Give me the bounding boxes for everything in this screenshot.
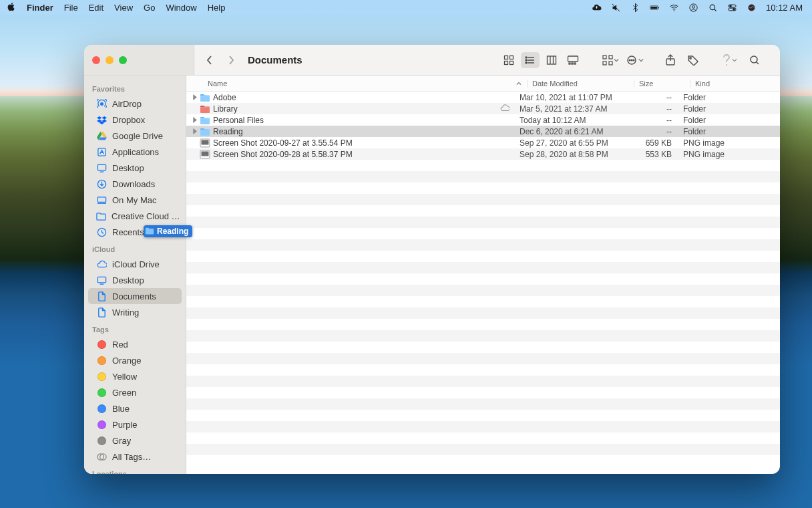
user-icon[interactable] bbox=[688, 3, 698, 13]
desktop-icon bbox=[96, 162, 107, 173]
sidebar-fav-applications[interactable]: Applications bbox=[88, 144, 182, 160]
sidebar-tag-gray[interactable]: Gray bbox=[88, 432, 182, 449]
apps-icon bbox=[96, 146, 107, 157]
menubar-clock[interactable]: 10:12 AM bbox=[766, 3, 803, 13]
svg-point-4 bbox=[674, 10, 675, 11]
file-row[interactable]: Screen Shot 2020-09-28 at 5.58.37 PMSep … bbox=[186, 148, 780, 160]
doc-icon bbox=[96, 291, 107, 301]
sidebar-tag-purple[interactable]: Purple bbox=[88, 416, 182, 432]
sidebar-header-favorites: Favorites bbox=[84, 82, 186, 96]
spotlight-icon[interactable] bbox=[708, 3, 718, 13]
action-menu-button[interactable] bbox=[625, 52, 644, 68]
menu-view[interactable]: View bbox=[114, 3, 133, 13]
column-name[interactable]: Name bbox=[208, 80, 527, 88]
sidebar-fav-airdrop[interactable]: AirDrop bbox=[88, 96, 182, 112]
file-name: Personal Files bbox=[213, 116, 264, 125]
empty-row bbox=[186, 160, 780, 171]
downloads-icon bbox=[96, 178, 107, 189]
volume-muted-icon[interactable] bbox=[611, 3, 621, 13]
empty-row bbox=[186, 171, 780, 182]
tags-button[interactable] bbox=[684, 52, 702, 68]
battery-icon[interactable] bbox=[650, 3, 660, 13]
empty-row bbox=[186, 307, 780, 319]
close-button[interactable] bbox=[92, 56, 100, 64]
all-tags-icon bbox=[96, 451, 107, 462]
apple-menu[interactable] bbox=[7, 2, 16, 13]
sidebar-tag-orange[interactable]: Orange bbox=[88, 352, 182, 368]
svg-rect-31 bbox=[603, 55, 606, 59]
svg-rect-56 bbox=[202, 140, 209, 144]
sidebar-tag-red[interactable]: Red bbox=[88, 336, 182, 352]
sidebar-item-label: On My Mac bbox=[112, 195, 156, 205]
menu-app-name[interactable]: Finder bbox=[27, 3, 53, 13]
file-row[interactable]: Screen Shot 2020-09-27 at 3.55.54 PMSep … bbox=[186, 137, 780, 148]
tag-dot-icon bbox=[96, 355, 107, 366]
menu-go[interactable]: Go bbox=[144, 3, 155, 13]
svg-point-40 bbox=[690, 57, 691, 58]
sidebar-tag-yellow[interactable]: Yellow bbox=[88, 368, 182, 384]
folder-icon bbox=[200, 115, 210, 126]
sidebar-all-tags[interactable]: All Tags… bbox=[88, 449, 182, 465]
forward-button[interactable] bbox=[224, 53, 238, 68]
column-size[interactable]: Size bbox=[634, 80, 690, 88]
sidebar-icloud-documents[interactable]: Documents bbox=[88, 288, 182, 304]
sidebar-icloud-writing[interactable]: Writing bbox=[88, 304, 182, 320]
minimize-button[interactable] bbox=[106, 56, 114, 64]
empty-row bbox=[186, 205, 780, 217]
cloud-status-icon bbox=[500, 104, 510, 114]
gallery-view-button[interactable] bbox=[564, 52, 582, 68]
icon-view-button[interactable] bbox=[499, 52, 518, 68]
disclosure-triangle-icon[interactable] bbox=[190, 127, 198, 136]
empty-row bbox=[186, 364, 780, 376]
share-button[interactable] bbox=[661, 52, 680, 68]
disclosure-triangle-icon[interactable] bbox=[190, 116, 198, 125]
menu-help[interactable]: Help bbox=[208, 3, 226, 13]
svg-rect-34 bbox=[609, 61, 612, 65]
siri-icon[interactable] bbox=[747, 3, 757, 13]
svg-rect-15 bbox=[510, 55, 514, 59]
menu-window[interactable]: Window bbox=[166, 3, 196, 13]
cloud-icon bbox=[96, 259, 107, 269]
sidebar-item-label: Green bbox=[112, 388, 136, 398]
column-kind[interactable]: Kind bbox=[690, 80, 780, 88]
disclosure-triangle-icon[interactable] bbox=[190, 93, 198, 102]
menu-file[interactable]: File bbox=[64, 3, 78, 13]
sidebar-icloud-icloud-drive[interactable]: iCloud Drive bbox=[88, 256, 182, 272]
file-row[interactable]: Personal FilesToday at 10:12 AM--Folder bbox=[186, 114, 780, 126]
cloud-sync-icon[interactable] bbox=[592, 3, 602, 13]
sidebar-fav-downloads[interactable]: Downloads bbox=[88, 176, 182, 192]
sidebar-tag-blue[interactable]: Blue bbox=[88, 400, 182, 416]
file-kind: Folder bbox=[678, 93, 780, 102]
sidebar-fav-dropbox[interactable]: Dropbox bbox=[88, 112, 182, 128]
sidebar-fav-creative-cloud-files[interactable]: Creative Cloud Files bbox=[88, 208, 182, 224]
control-center-icon[interactable] bbox=[727, 3, 737, 13]
bluetooth-icon[interactable] bbox=[630, 3, 640, 13]
sidebar-fav-on-my-mac[interactable]: On My Mac bbox=[88, 192, 182, 208]
sidebar-header-locations: Locations bbox=[84, 467, 186, 474]
list-view-button[interactable] bbox=[521, 52, 540, 68]
sidebar-item-label: Documents bbox=[112, 291, 156, 301]
sidebar-fav-google-drive[interactable]: Google Drive bbox=[88, 128, 182, 144]
back-button[interactable] bbox=[202, 53, 217, 68]
help-button[interactable] bbox=[720, 52, 739, 68]
svg-rect-33 bbox=[603, 61, 606, 65]
wifi-icon[interactable] bbox=[669, 3, 679, 13]
folder-icon bbox=[145, 227, 154, 236]
column-date[interactable]: Date Modified bbox=[527, 80, 634, 88]
fullscreen-button[interactable] bbox=[119, 56, 127, 64]
group-by-button[interactable] bbox=[601, 52, 620, 68]
finder-window: Documents Favorites AirDropDropboxGoogle… bbox=[84, 45, 780, 474]
empty-row bbox=[186, 455, 780, 467]
file-row[interactable]: ReadingDec 6, 2020 at 6:21 AM--Folder bbox=[186, 126, 780, 137]
empty-row bbox=[186, 182, 780, 194]
column-view-button[interactable] bbox=[542, 52, 561, 68]
file-name: Library bbox=[213, 104, 238, 114]
sidebar-tag-green[interactable]: Green bbox=[88, 384, 182, 400]
search-button[interactable] bbox=[745, 52, 764, 68]
file-row[interactable]: AdobeMar 10, 2021 at 11:07 PM--Folder bbox=[186, 92, 780, 103]
menu-edit[interactable]: Edit bbox=[89, 3, 104, 13]
file-name: Reading bbox=[213, 127, 243, 136]
sidebar-fav-desktop[interactable]: Desktop bbox=[88, 160, 182, 176]
sidebar-icloud-desktop[interactable]: Desktop bbox=[88, 272, 182, 288]
file-row[interactable]: LibraryMar 5, 2021 at 12:37 AM--Folder bbox=[186, 103, 780, 114]
